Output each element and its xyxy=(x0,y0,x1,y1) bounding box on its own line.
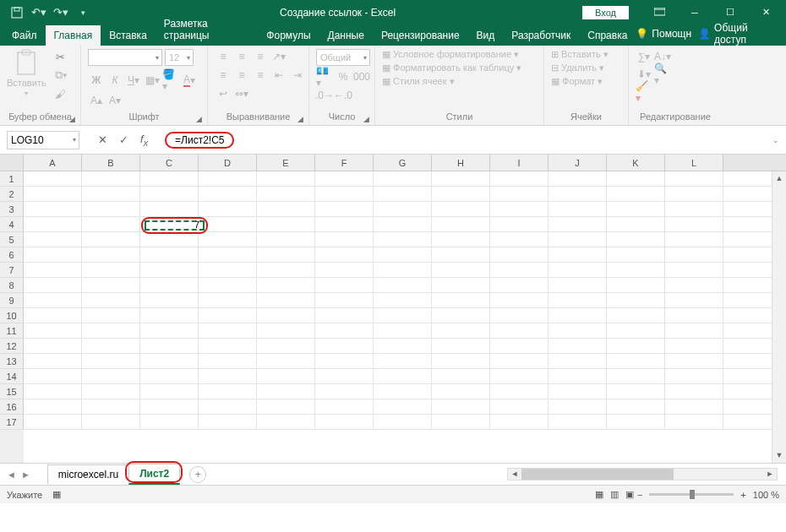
row-header[interactable]: 17 xyxy=(0,415,24,430)
row-header[interactable]: 14 xyxy=(0,369,24,384)
macro-record-icon[interactable]: ▦ xyxy=(52,489,61,500)
svg-rect-2 xyxy=(654,8,665,15)
launcher-icon[interactable]: ◢ xyxy=(297,115,303,123)
align-mid-icon: ≡ xyxy=(233,49,250,64)
launcher-icon[interactable]: ◢ xyxy=(196,115,202,123)
qat-customize-icon[interactable]: ▾ xyxy=(73,3,93,22)
row-header[interactable]: 6 xyxy=(0,247,24,263)
col-header[interactable]: A xyxy=(24,155,82,171)
row-header[interactable]: 4 xyxy=(0,217,24,232)
sheet-bar: ◄ ► microexcel.ru Лист2 + ◄ ► xyxy=(0,463,786,485)
col-header[interactable]: B xyxy=(82,155,140,171)
row-header[interactable]: 11 xyxy=(0,323,24,339)
tab-developer[interactable]: Разработчик xyxy=(503,25,579,46)
launcher-icon[interactable]: ◢ xyxy=(69,115,75,123)
zoom-slider[interactable] xyxy=(649,493,734,496)
wrap-icon: ↩ xyxy=(215,86,232,101)
zoom-in-icon[interactable]: + xyxy=(740,490,745,500)
sheet-next-icon[interactable]: ► xyxy=(21,470,30,480)
sheet-prev-icon[interactable]: ◄ xyxy=(7,470,16,480)
indent-inc-icon: ⇥ xyxy=(289,68,306,83)
select-all-corner[interactable] xyxy=(0,155,24,171)
fx-icon[interactable]: fx xyxy=(140,133,148,148)
row-header[interactable]: 1 xyxy=(0,171,24,187)
row-header[interactable]: 13 xyxy=(0,354,24,369)
column-headers: A B C D E F G H I J K L xyxy=(0,155,786,171)
cut-icon[interactable]: ✂ xyxy=(53,49,68,64)
status-mode: Укажите xyxy=(7,490,42,500)
tab-data[interactable]: Данные xyxy=(319,25,373,46)
zoom-level[interactable]: 100 % xyxy=(753,490,779,500)
tab-layout[interactable]: Разметка страницы xyxy=(156,14,259,46)
col-header[interactable]: C xyxy=(140,155,199,171)
redo-icon[interactable]: ↷▾ xyxy=(51,3,71,22)
view-layout-icon[interactable]: ▥ xyxy=(610,489,619,500)
view-normal-icon[interactable]: ▦ xyxy=(595,489,603,500)
col-header[interactable]: G xyxy=(374,155,432,171)
row-header[interactable]: 10 xyxy=(0,308,24,323)
horizontal-scrollbar[interactable]: ◄ ► xyxy=(507,468,778,480)
row-header[interactable]: 7 xyxy=(0,263,24,278)
scroll-right-icon[interactable]: ► xyxy=(763,469,777,480)
maximize-icon[interactable]: ☐ xyxy=(713,3,747,22)
minimize-icon[interactable]: ─ xyxy=(678,3,712,22)
login-button[interactable]: Вход xyxy=(582,6,629,19)
clear-icon[interactable]: 🧹▾ xyxy=(636,84,652,100)
underline-icon: Ч▾ xyxy=(125,73,142,88)
tab-view[interactable]: Вид xyxy=(468,25,504,46)
close-icon[interactable]: ✕ xyxy=(749,3,783,22)
col-header[interactable]: L xyxy=(665,155,723,171)
ribbon-display-icon[interactable] xyxy=(642,3,676,22)
tab-formulas[interactable]: Формулы xyxy=(258,25,319,46)
save-icon[interactable] xyxy=(7,3,27,22)
row-header[interactable]: 8 xyxy=(0,278,24,293)
group-number: Общий▾ 💶▾%000 .0→←.0 Число◢ xyxy=(309,46,375,125)
col-header[interactable]: D xyxy=(199,155,257,171)
row-header[interactable]: 5 xyxy=(0,232,24,247)
row-header[interactable]: 2 xyxy=(0,187,24,202)
italic-icon: К xyxy=(106,73,123,88)
row-header[interactable]: 15 xyxy=(0,384,24,399)
bulb-icon: 💡 xyxy=(636,28,648,40)
tell-me[interactable]: 💡Помощн xyxy=(636,28,691,40)
col-header[interactable]: E xyxy=(257,155,315,171)
name-box[interactable]: LOG10▾ xyxy=(7,131,79,149)
col-header[interactable]: I xyxy=(490,155,549,171)
conditional-format: ▦ Условное форматирование ▾ xyxy=(382,49,519,60)
dec-decimal-icon: ←.0 xyxy=(335,88,352,103)
undo-icon[interactable]: ↶▾ xyxy=(29,3,49,22)
scroll-left-icon[interactable]: ◄ xyxy=(508,469,521,480)
enter-icon[interactable]: ✓ xyxy=(119,133,128,146)
col-header[interactable]: F xyxy=(315,155,374,171)
sheet-tab-1[interactable]: microexcel.ru xyxy=(47,464,129,484)
svg-rect-4 xyxy=(18,52,35,74)
tab-home[interactable]: Главная xyxy=(46,25,101,46)
expand-formula-icon[interactable]: ⌄ xyxy=(772,136,779,144)
col-header[interactable]: H xyxy=(432,155,490,171)
tab-file[interactable]: Файл xyxy=(3,25,46,46)
group-font: ▾ 12▾ Ж К Ч▾ ▦▾ 🪣▾ A▾ A▴ A▾ Шрифт◢ xyxy=(81,46,208,125)
new-sheet-button[interactable]: + xyxy=(189,466,206,483)
tab-review[interactable]: Рецензирование xyxy=(373,25,468,46)
scroll-up-icon[interactable]: ▲ xyxy=(772,171,786,186)
vertical-scrollbar[interactable]: ▲ ▼ xyxy=(772,171,786,463)
scroll-down-icon[interactable]: ▼ xyxy=(772,448,786,463)
sheet-tab-2[interactable]: Лист2 xyxy=(128,464,180,485)
col-header[interactable]: K xyxy=(607,155,665,171)
share-button[interactable]: 👤Общий доступ xyxy=(698,22,772,46)
view-break-icon[interactable]: ▣ xyxy=(625,489,634,500)
col-header[interactable]: J xyxy=(549,155,607,171)
formula-highlight: =Лист2!C5 xyxy=(165,132,234,149)
scroll-thumb[interactable] xyxy=(521,469,674,480)
row-header[interactable]: 9 xyxy=(0,293,24,308)
cells[interactable] xyxy=(24,171,786,463)
tab-insert[interactable]: Вставка xyxy=(101,25,156,46)
row-header[interactable]: 16 xyxy=(0,399,24,415)
tab-help[interactable]: Справка xyxy=(579,25,636,46)
row-header[interactable]: 3 xyxy=(0,202,24,217)
launcher-icon[interactable]: ◢ xyxy=(363,115,369,123)
row-header[interactable]: 12 xyxy=(0,339,24,354)
cancel-icon[interactable]: ✕ xyxy=(98,133,107,146)
formula-input[interactable]: =Лист2!C5 xyxy=(160,131,786,149)
zoom-out-icon[interactable]: − xyxy=(637,490,642,500)
